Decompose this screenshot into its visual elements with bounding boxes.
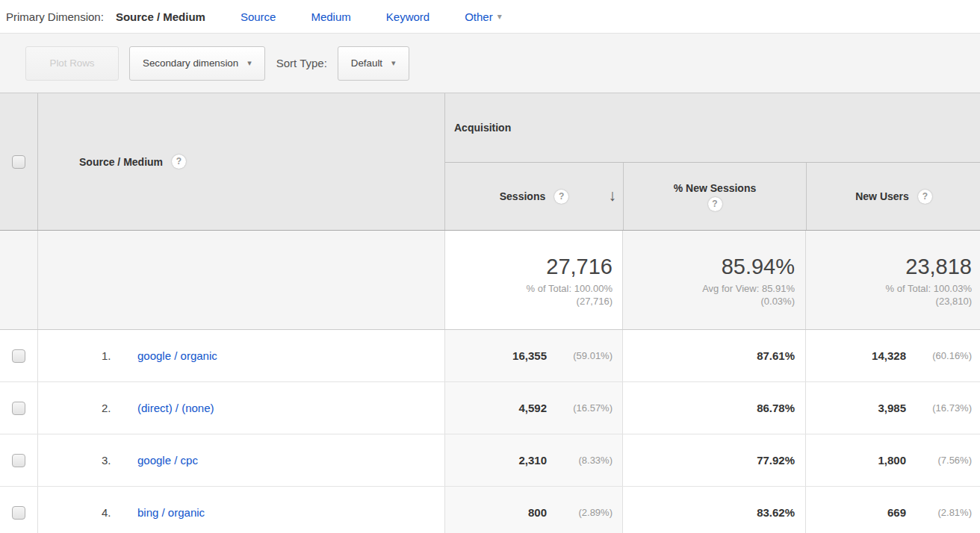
dimension-link-other[interactable]: Other ▾ [465, 10, 502, 23]
chevron-down-icon: ▾ [497, 11, 502, 22]
sort-type-label: Sort Type: [276, 57, 327, 69]
metric-column-headers: Sessions ? ↓ % New Sessions ? New Users … [445, 163, 980, 230]
chevron-down-icon: ▾ [247, 58, 252, 68]
dimension-selected-source-medium[interactable]: Source / Medium [116, 10, 205, 23]
help-icon[interactable]: ? [554, 190, 568, 204]
new-sessions-summary-cell: 85.94% Avg for View: 85.91% (0.03%) [622, 231, 805, 329]
sessions-summary-cell: 27,716 % of Total: 100.00% (27,716) [444, 231, 622, 329]
help-icon[interactable]: ? [708, 197, 722, 211]
sort-descending-icon[interactable]: ↓ [609, 187, 617, 205]
select-all-checkbox[interactable] [12, 155, 25, 169]
new-sessions-column-header[interactable]: % New Sessions ? [623, 163, 806, 230]
row-index: 2. [102, 402, 137, 414]
secondary-dimension-button[interactable]: Secondary dimension ▾ [129, 46, 265, 81]
table-summary-row: 27,716 % of Total: 100.00% (27,716) 85.9… [0, 231, 980, 330]
row-index: 3. [102, 454, 137, 467]
new-sessions-cell: 86.78% [622, 382, 805, 434]
table-toolbar: Plot Rows Secondary dimension ▾ Sort Typ… [0, 34, 980, 93]
new-users-column-header[interactable]: New Users ? [806, 163, 980, 230]
dimension-link-medium[interactable]: Medium [311, 10, 350, 23]
primary-dimension-label: Primary Dimension: [6, 10, 104, 23]
new-sessions-cell: 87.61% [622, 330, 805, 381]
help-icon[interactable]: ? [172, 155, 186, 169]
plot-rows-button[interactable]: Plot Rows [25, 46, 119, 81]
row-index: 1. [102, 349, 137, 362]
dimension-link-source[interactable]: Source [241, 10, 276, 23]
sessions-cell: 4,592 (16.57%) [444, 382, 622, 434]
row-checkbox[interactable] [12, 454, 25, 467]
new-users-total: 23,818 [905, 253, 972, 280]
source-medium-link[interactable]: google / cpc [137, 454, 198, 467]
sessions-cell: 800 (2.89%) [444, 487, 622, 533]
new-sessions-cell: 83.62% [622, 487, 805, 533]
new-sessions-total: 85.94% [722, 253, 795, 280]
new-users-cell: 14,328 (60.16%) [805, 330, 980, 381]
dimension-link-keyword[interactable]: Keyword [386, 10, 429, 23]
table-row: 1. google / organic 16,355 (59.01%) 87.6… [0, 330, 980, 382]
new-users-cell: 669 (2.81%) [805, 487, 980, 533]
summary-checkbox-cell [0, 231, 37, 329]
table-header: Source / Medium ? Acquisition Sessions ?… [0, 93, 980, 231]
dimension-header-cell: Source / Medium ? [37, 93, 444, 230]
metrics-header-group: Acquisition Sessions ? ↓ % New Sessions … [444, 93, 980, 230]
table-row: 3. google / cpc 2,310 (8.33%) 77.92% 1,8… [0, 434, 980, 487]
new-users-cell: 3,985 (16.73%) [805, 382, 980, 434]
row-checkbox[interactable] [12, 349, 25, 363]
dimension-header-label[interactable]: Source / Medium [79, 156, 163, 168]
sort-type-button[interactable]: Default ▾ [338, 46, 409, 81]
source-medium-link[interactable]: google / organic [137, 349, 217, 362]
chevron-down-icon: ▾ [391, 58, 396, 68]
help-icon[interactable]: ? [918, 190, 932, 204]
sessions-total: 27,716 [546, 253, 612, 280]
row-checkbox[interactable] [12, 506, 25, 520]
sessions-cell: 16,355 (59.01%) [444, 330, 622, 381]
table-row: 4. bing / organic 800 (2.89%) 83.62% 669… [0, 487, 980, 533]
row-checkbox[interactable] [12, 402, 25, 415]
header-checkbox-cell [0, 93, 37, 230]
sessions-cell: 2,310 (8.33%) [444, 434, 622, 486]
new-users-cell: 1,800 (7.56%) [805, 434, 980, 486]
new-sessions-cell: 77.92% [622, 434, 805, 486]
summary-dimension-cell [37, 231, 444, 329]
table-row: 2. (direct) / (none) 4,592 (16.57%) 86.7… [0, 382, 980, 434]
acquisition-group-header: Acquisition [445, 93, 980, 163]
primary-dimension-bar: Primary Dimension: Source / Medium Sourc… [0, 0, 980, 34]
source-medium-link[interactable]: bing / organic [137, 506, 205, 519]
new-users-summary-cell: 23,818 % of Total: 100.03% (23,810) [805, 231, 980, 329]
row-index: 4. [102, 506, 137, 519]
source-medium-link[interactable]: (direct) / (none) [137, 402, 214, 414]
sessions-column-header[interactable]: Sessions ? ↓ [445, 163, 623, 230]
